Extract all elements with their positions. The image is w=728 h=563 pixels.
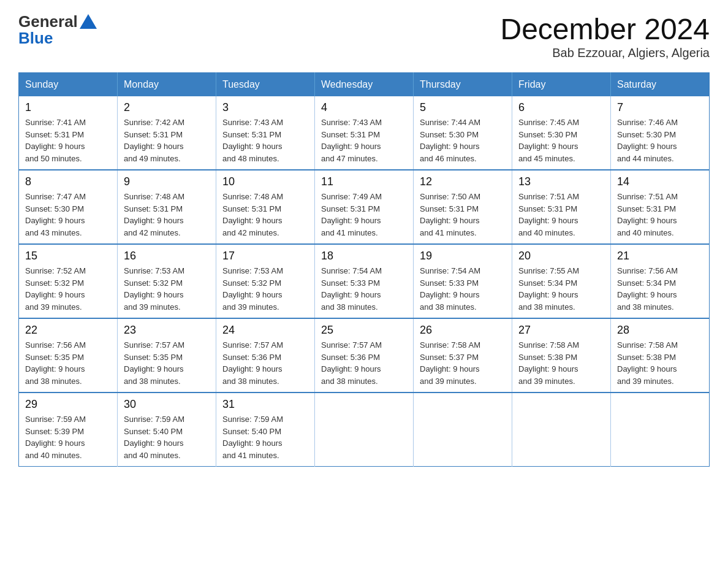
day-info: Sunrise: 7:59 AM Sunset: 5:40 PM Dayligh… [124, 413, 210, 461]
calendar-body: 1 Sunrise: 7:41 AM Sunset: 5:31 PM Dayli… [19, 96, 710, 467]
day-info: Sunrise: 7:59 AM Sunset: 5:40 PM Dayligh… [222, 413, 308, 461]
calendar-cell: 25 Sunrise: 7:57 AM Sunset: 5:36 PM Dayl… [315, 318, 414, 393]
calendar-cell: 30 Sunrise: 7:59 AM Sunset: 5:40 PM Dayl… [118, 393, 216, 467]
calendar-cell: 2 Sunrise: 7:42 AM Sunset: 5:31 PM Dayli… [118, 96, 216, 170]
day-number: 26 [420, 324, 506, 337]
day-info: Sunrise: 7:55 AM Sunset: 5:34 PM Dayligh… [518, 265, 604, 313]
day-number: 15 [25, 250, 111, 262]
calendar-cell: 5 Sunrise: 7:44 AM Sunset: 5:30 PM Dayli… [414, 96, 512, 170]
day-number: 29 [25, 398, 111, 411]
page-subtitle: Bab Ezzouar, Algiers, Algeria [500, 46, 710, 60]
day-info: Sunrise: 7:43 AM Sunset: 5:31 PM Dayligh… [321, 117, 407, 164]
calendar-cell: 12 Sunrise: 7:50 AM Sunset: 5:31 PM Dayl… [414, 170, 512, 244]
day-info: Sunrise: 7:57 AM Sunset: 5:35 PM Dayligh… [124, 339, 210, 387]
calendar-cell: 27 Sunrise: 7:58 AM Sunset: 5:38 PM Dayl… [512, 318, 611, 393]
header-cell-wednesday: Wednesday [315, 73, 414, 97]
day-info: Sunrise: 7:48 AM Sunset: 5:31 PM Dayligh… [222, 191, 308, 239]
calendar-cell: 15 Sunrise: 7:52 AM Sunset: 5:32 PM Dayl… [19, 244, 118, 318]
day-number: 25 [321, 324, 407, 337]
calendar-cell: 19 Sunrise: 7:54 AM Sunset: 5:33 PM Dayl… [414, 244, 512, 318]
day-number: 2 [124, 101, 210, 114]
calendar-cell: 22 Sunrise: 7:56 AM Sunset: 5:35 PM Dayl… [19, 318, 118, 393]
day-number: 12 [420, 175, 506, 188]
calendar-cell [512, 393, 611, 467]
svg-marker-0 [80, 14, 97, 29]
header-row: SundayMondayTuesdayWednesdayThursdayFrid… [19, 73, 710, 97]
calendar-cell: 18 Sunrise: 7:54 AM Sunset: 5:33 PM Dayl… [315, 244, 414, 318]
day-number: 27 [518, 324, 604, 337]
day-info: Sunrise: 7:42 AM Sunset: 5:31 PM Dayligh… [124, 117, 210, 164]
day-info: Sunrise: 7:54 AM Sunset: 5:33 PM Dayligh… [420, 265, 506, 313]
day-info: Sunrise: 7:50 AM Sunset: 5:31 PM Dayligh… [420, 191, 506, 239]
day-number: 9 [124, 175, 210, 188]
day-info: Sunrise: 7:56 AM Sunset: 5:35 PM Dayligh… [25, 339, 111, 387]
day-number: 3 [222, 101, 308, 114]
header-cell-friday: Friday [512, 73, 611, 97]
day-number: 8 [25, 175, 111, 188]
calendar-cell: 6 Sunrise: 7:45 AM Sunset: 5:30 PM Dayli… [512, 96, 611, 170]
day-info: Sunrise: 7:51 AM Sunset: 5:31 PM Dayligh… [617, 191, 703, 239]
calendar-cell: 14 Sunrise: 7:51 AM Sunset: 5:31 PM Dayl… [611, 170, 710, 244]
day-info: Sunrise: 7:51 AM Sunset: 5:31 PM Dayligh… [518, 191, 604, 239]
page-title: December 2024 [500, 12, 710, 46]
day-info: Sunrise: 7:44 AM Sunset: 5:30 PM Dayligh… [420, 117, 506, 164]
page-header: General Blue December 2024 Bab Ezzouar, … [18, 12, 710, 60]
calendar-cell: 1 Sunrise: 7:41 AM Sunset: 5:31 PM Dayli… [19, 96, 118, 170]
day-info: Sunrise: 7:54 AM Sunset: 5:33 PM Dayligh… [321, 265, 407, 313]
day-number: 28 [617, 324, 703, 337]
calendar-cell: 29 Sunrise: 7:59 AM Sunset: 5:39 PM Dayl… [19, 393, 118, 467]
day-info: Sunrise: 7:57 AM Sunset: 5:36 PM Dayligh… [321, 339, 407, 387]
day-info: Sunrise: 7:41 AM Sunset: 5:31 PM Dayligh… [25, 117, 111, 164]
day-info: Sunrise: 7:56 AM Sunset: 5:34 PM Dayligh… [617, 265, 703, 313]
day-info: Sunrise: 7:58 AM Sunset: 5:37 PM Dayligh… [420, 339, 506, 387]
calendar-cell: 3 Sunrise: 7:43 AM Sunset: 5:31 PM Dayli… [216, 96, 315, 170]
day-number: 11 [321, 175, 407, 188]
day-info: Sunrise: 7:46 AM Sunset: 5:30 PM Dayligh… [617, 117, 703, 164]
day-number: 16 [124, 250, 210, 262]
day-number: 13 [518, 175, 604, 188]
week-row-5: 29 Sunrise: 7:59 AM Sunset: 5:39 PM Dayl… [19, 393, 710, 467]
calendar-cell: 21 Sunrise: 7:56 AM Sunset: 5:34 PM Dayl… [611, 244, 710, 318]
day-info: Sunrise: 7:53 AM Sunset: 5:32 PM Dayligh… [222, 265, 308, 313]
calendar-header: SundayMondayTuesdayWednesdayThursdayFrid… [19, 73, 710, 97]
day-number: 21 [617, 250, 703, 262]
header-cell-thursday: Thursday [414, 73, 512, 97]
day-info: Sunrise: 7:47 AM Sunset: 5:30 PM Dayligh… [25, 191, 111, 239]
calendar-cell: 9 Sunrise: 7:48 AM Sunset: 5:31 PM Dayli… [118, 170, 216, 244]
header-cell-monday: Monday [118, 73, 216, 97]
day-info: Sunrise: 7:53 AM Sunset: 5:32 PM Dayligh… [124, 265, 210, 313]
day-info: Sunrise: 7:59 AM Sunset: 5:39 PM Dayligh… [25, 413, 111, 461]
day-number: 7 [617, 101, 703, 114]
calendar-cell: 4 Sunrise: 7:43 AM Sunset: 5:31 PM Dayli… [315, 96, 414, 170]
calendar-cell: 16 Sunrise: 7:53 AM Sunset: 5:32 PM Dayl… [118, 244, 216, 318]
day-info: Sunrise: 7:52 AM Sunset: 5:32 PM Dayligh… [25, 265, 111, 313]
day-number: 31 [222, 398, 308, 411]
day-number: 30 [124, 398, 210, 411]
day-number: 1 [25, 101, 111, 114]
day-number: 4 [321, 101, 407, 114]
calendar-cell: 20 Sunrise: 7:55 AM Sunset: 5:34 PM Dayl… [512, 244, 611, 318]
day-number: 22 [25, 324, 111, 337]
day-number: 18 [321, 250, 407, 262]
logo-icon: General Blue [18, 12, 97, 48]
header-cell-sunday: Sunday [19, 73, 118, 97]
day-info: Sunrise: 7:58 AM Sunset: 5:38 PM Dayligh… [617, 339, 703, 387]
day-number: 20 [518, 250, 604, 262]
day-number: 5 [420, 101, 506, 114]
day-number: 10 [222, 175, 308, 188]
calendar-cell [611, 393, 710, 467]
day-number: 19 [420, 250, 506, 262]
calendar-cell: 31 Sunrise: 7:59 AM Sunset: 5:40 PM Dayl… [216, 393, 315, 467]
week-row-4: 22 Sunrise: 7:56 AM Sunset: 5:35 PM Dayl… [19, 318, 710, 393]
header-cell-tuesday: Tuesday [216, 73, 315, 97]
calendar-table: SundayMondayTuesdayWednesdayThursdayFrid… [18, 72, 710, 467]
calendar-cell: 24 Sunrise: 7:57 AM Sunset: 5:36 PM Dayl… [216, 318, 315, 393]
calendar-cell: 23 Sunrise: 7:57 AM Sunset: 5:35 PM Dayl… [118, 318, 216, 393]
day-info: Sunrise: 7:48 AM Sunset: 5:31 PM Dayligh… [124, 191, 210, 239]
calendar-cell: 10 Sunrise: 7:48 AM Sunset: 5:31 PM Dayl… [216, 170, 315, 244]
logo-blue: Blue [18, 29, 53, 48]
calendar-cell: 13 Sunrise: 7:51 AM Sunset: 5:31 PM Dayl… [512, 170, 611, 244]
day-number: 17 [222, 250, 308, 262]
calendar-cell: 8 Sunrise: 7:47 AM Sunset: 5:30 PM Dayli… [19, 170, 118, 244]
calendar-cell: 7 Sunrise: 7:46 AM Sunset: 5:30 PM Dayli… [611, 96, 710, 170]
